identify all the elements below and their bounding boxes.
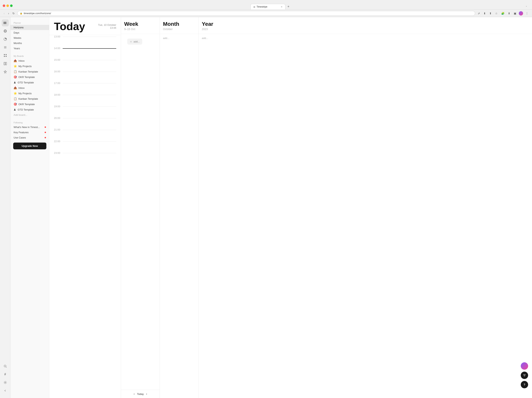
sidebar-item-inbox-1[interactable]: 📥 Inbox — [11, 58, 49, 63]
year-panel: Year 2023 add... — [199, 17, 532, 398]
help-fab[interactable]: ? — [521, 381, 528, 388]
rail-icon-globe[interactable] — [2, 28, 9, 35]
sidebar-item-kanban-1[interactable]: 📋 Kanban Template — [11, 69, 49, 74]
week-prev-button[interactable]: ‹ — [134, 392, 135, 396]
whatsnew-label: What's New in Timest... — [13, 126, 40, 129]
time-divider-1900 — [63, 107, 116, 107]
user-avatar-fab[interactable] — [521, 362, 528, 370]
sidebar-item-okr-1[interactable]: 🎯 OKR Template — [11, 74, 49, 80]
menu-icon[interactable]: ⋮ — [525, 11, 529, 16]
week-add-area[interactable]: add... — [121, 34, 160, 49]
maximize-window-button[interactable] — [10, 5, 13, 7]
today-time: 13:44 — [98, 26, 116, 29]
upload-icon[interactable]: ⬆ — [488, 11, 493, 16]
filter-fab[interactable] — [521, 372, 528, 379]
sidebar-item-years[interactable]: Years — [11, 46, 49, 51]
time-scroll[interactable]: 13:00 14:00 15:00 16:00 17:00 — [49, 35, 121, 398]
following-item-usecases[interactable]: Use Cases — [11, 135, 49, 140]
svg-rect-13 — [6, 56, 6, 57]
myprojects-emoji-2: ⭐ — [13, 92, 17, 95]
rail-icon-horizons[interactable] — [2, 19, 9, 26]
active-tab[interactable]: ◎ Timestripe ✕ — [250, 4, 285, 10]
rail-icon-chart[interactable] — [2, 36, 9, 43]
whatsnew-dot — [45, 126, 46, 128]
rail-icon-panel[interactable] — [2, 60, 9, 67]
okr-label-2: OKR Template — [19, 103, 35, 106]
extensions-icon[interactable]: 🧩 — [500, 11, 505, 16]
time-label-2100: 21:00 — [54, 128, 63, 131]
rail-collapse-icon[interactable] — [2, 387, 9, 394]
okr-label-1: OKR Template — [19, 76, 35, 79]
reload-button[interactable]: ↻ — [12, 11, 16, 16]
rail-bottom: # — [2, 363, 9, 396]
svg-point-18 — [5, 382, 6, 383]
month-panel: Month October add... — [160, 17, 199, 398]
address-text: timestripe.com/horizons/ — [24, 12, 51, 15]
following-item-whatsnew[interactable]: What's New in Timest... — [11, 125, 49, 130]
download-icon[interactable]: ⬇ — [482, 11, 487, 16]
tab-close-button[interactable]: ✕ — [281, 6, 283, 8]
time-row-1800: 18:00 — [54, 93, 116, 105]
time-divider-1500 — [63, 60, 116, 60]
sidebar-item-days[interactable]: Days — [11, 30, 49, 35]
add-board-button[interactable]: Add board... — [11, 112, 49, 118]
rail-icon-grid[interactable] — [2, 52, 9, 59]
new-tab-button[interactable]: + — [286, 4, 291, 10]
rail-search-icon[interactable] — [2, 363, 9, 370]
reader-icon[interactable]: ▣ — [513, 11, 517, 16]
minimize-window-button[interactable] — [6, 5, 9, 7]
time-label-1400: 14:00 — [54, 47, 63, 50]
time-divider-1800 — [63, 95, 116, 95]
week-today-button[interactable]: Today — [137, 392, 144, 396]
myprojects-emoji-1: ⭐ — [13, 65, 17, 68]
time-divider-1400-current — [63, 48, 116, 49]
usecases-label: Use Cases — [13, 136, 26, 139]
time-label-1800: 18:00 — [54, 93, 63, 96]
save-icon[interactable]: ⬇ — [507, 11, 511, 16]
upgrade-now-button[interactable]: Upgrade Now — [13, 143, 46, 149]
sidebar-item-gtd-2[interactable]: ♟ GTD Template — [11, 107, 49, 112]
weeks-label: Weeks — [13, 37, 21, 39]
time-row-1500: 15:00 — [54, 58, 116, 70]
tab-title-text: Timestripe — [256, 6, 279, 8]
week-next-button[interactable]: › — [146, 392, 147, 396]
rail-icon-lines[interactable] — [2, 44, 9, 51]
sidebar-item-kanban-2[interactable]: 📋 Kanban Template — [11, 96, 49, 101]
year-add-text: add... — [202, 37, 208, 40]
share-icon[interactable]: ⇗ — [477, 11, 481, 16]
sidebar-item-months[interactable]: Months — [11, 41, 49, 46]
gtd-label-1: GTD Template — [18, 81, 34, 84]
sidebar-item-weeks[interactable]: Weeks — [11, 35, 49, 41]
close-window-button[interactable] — [3, 5, 5, 7]
rail-icon-star[interactable] — [2, 68, 9, 75]
window-controls: ⌄ — [526, 5, 527, 7]
following-item-keyfeatures[interactable]: Key Features — [11, 130, 49, 135]
address-bar[interactable]: 🔒 timestripe.com/horizons/ — [17, 11, 475, 16]
app-window: # Planner Horizons Days Weeks — [0, 17, 532, 398]
sidebar-item-myprojects-1[interactable]: ⭐ My Projects — [11, 63, 49, 69]
svg-line-17 — [6, 367, 6, 367]
sidebar-item-myprojects-2[interactable]: ⭐ My Projects — [11, 91, 49, 96]
sidebar-item-horizons[interactable]: Horizons — [11, 25, 49, 30]
usecases-dot — [45, 137, 46, 138]
filter-icon — [523, 374, 526, 377]
myprojects-label-2: My Projects — [19, 92, 32, 95]
following-label: Following — [11, 120, 49, 125]
rail-hashtag-icon[interactable]: # — [2, 371, 9, 378]
sidebar-item-inbox-2[interactable]: 📥 Inbox — [11, 85, 49, 91]
rail-settings-icon[interactable] — [2, 379, 9, 386]
back-button[interactable]: ‹ — [3, 11, 6, 16]
bookmark-icon[interactable]: ☆ — [494, 11, 499, 16]
forward-button[interactable]: › — [7, 11, 10, 16]
month-add-area[interactable]: add... — [160, 34, 198, 42]
kanban-emoji-2: 📋 — [13, 97, 17, 100]
time-label-1700: 17:00 — [54, 82, 63, 85]
profile-avatar[interactable] — [519, 11, 523, 16]
week-add-button[interactable]: add... — [127, 38, 142, 45]
tab-bar: ◎ Timestripe ✕ + — [248, 3, 294, 10]
my-boards-label: My Boards — [11, 53, 49, 58]
years-label: Years — [13, 47, 20, 50]
sidebar-item-gtd-1[interactable]: ♟ GTD Template — [11, 80, 49, 85]
sidebar-item-okr-2[interactable]: 🎯 OKR Template — [11, 101, 49, 107]
year-add-area[interactable]: add... — [199, 34, 532, 42]
